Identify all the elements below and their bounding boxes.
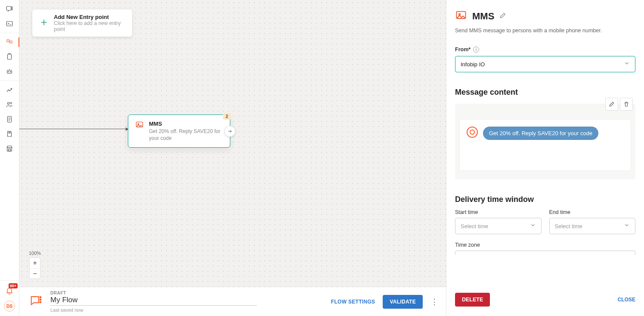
nav-clipboard-icon[interactable] <box>0 50 19 64</box>
panel-header: MMS <box>455 9 635 23</box>
node-title: MMS <box>149 121 223 127</box>
svg-rect-8 <box>7 70 12 74</box>
delete-message-button[interactable] <box>620 98 633 111</box>
nav-conversations-icon[interactable] <box>0 2 19 16</box>
flow-status: DRAFT <box>50 291 257 295</box>
panel-body: MMS Send MMS message to persons with a m… <box>446 0 644 287</box>
panel-footer: DELETE CLOSE <box>446 287 644 316</box>
svg-rect-15 <box>9 149 11 151</box>
flow-settings-button[interactable]: FLOW SETTINGS <box>331 299 375 305</box>
zoom-controls: 100% + − <box>29 251 41 279</box>
nav-analytics-icon[interactable] <box>0 83 19 97</box>
more-menu-icon[interactable]: ⋮ <box>430 297 438 307</box>
chevron-down-icon <box>624 60 630 68</box>
message-preview-card[interactable]: Get 20% off. Reply SAVE20 for your code <box>459 119 631 171</box>
notifications-bell-icon[interactable]: 99+ <box>4 285 15 296</box>
timezone-select-cut[interactable] <box>455 251 635 255</box>
time-row: Start time Select time End time Select t… <box>455 209 635 234</box>
mms-icon <box>135 121 144 129</box>
svg-point-20 <box>40 301 41 303</box>
edit-title-icon[interactable] <box>499 12 506 21</box>
svg-rect-4 <box>6 22 12 26</box>
nav-terminal-icon[interactable] <box>0 16 19 31</box>
svg-point-11 <box>8 102 10 105</box>
message-content-heading: Message content <box>455 88 635 97</box>
zoom-in-button[interactable]: + <box>30 258 40 268</box>
svg-rect-6 <box>10 41 12 43</box>
svg-point-12 <box>10 102 12 104</box>
nav-people-icon[interactable] <box>0 97 19 112</box>
message-actions <box>605 98 633 111</box>
node-outport[interactable] <box>224 126 235 137</box>
start-time-select[interactable]: Select time <box>455 218 542 234</box>
target-icon <box>467 127 478 138</box>
delivery-window-heading: Delivery time window <box>455 195 635 204</box>
footer-bar: DRAFT My Flow Last saved now FLOW SETTIN… <box>19 287 446 316</box>
edit-message-button[interactable] <box>605 98 618 111</box>
delete-button[interactable]: DELETE <box>455 293 490 307</box>
svg-rect-14 <box>7 148 12 151</box>
svg-rect-0 <box>6 6 11 10</box>
add-entry-point-card[interactable]: Add New Entry point Click here to add a … <box>32 9 132 37</box>
flow-name-input[interactable]: My Flow <box>50 296 257 306</box>
side-group-1 <box>0 0 19 33</box>
svg-point-10 <box>10 71 11 72</box>
panel-description: Send MMS message to persons with a mobil… <box>455 28 635 34</box>
panel-title: MMS <box>472 11 494 22</box>
info-icon[interactable]: i <box>473 46 479 53</box>
zoom-level: 100% <box>29 251 41 256</box>
svg-point-1 <box>12 7 12 8</box>
plus-icon <box>39 18 49 29</box>
from-value: Infobip IO <box>461 61 485 68</box>
from-select[interactable]: Infobip IO <box>455 56 635 72</box>
nav-document-icon[interactable] <box>0 112 19 127</box>
svg-point-18 <box>40 297 41 298</box>
notification-badge: 99+ <box>9 283 18 288</box>
svg-rect-7 <box>8 54 12 59</box>
message-bubble: Get 20% off. Reply SAVE20 for your code <box>483 127 598 140</box>
side-group-3 <box>0 81 19 158</box>
chevron-down-icon <box>530 222 536 230</box>
flow-saved-label: Last saved now <box>50 307 257 313</box>
flow-node-mms[interactable]: 2 MMS Get 20% off. Reply SAVE20 for your… <box>128 115 230 148</box>
start-time-label: Start time <box>455 209 542 215</box>
svg-point-3 <box>12 9 12 10</box>
svg-point-2 <box>12 8 12 9</box>
nav-bookmark-icon[interactable] <box>0 127 19 141</box>
close-button[interactable]: CLOSE <box>618 297 635 303</box>
entry-subtitle: Click here to add a new entry point <box>54 20 125 32</box>
validate-button[interactable]: VALIDATE <box>383 295 423 309</box>
node-badge: 2 <box>223 113 231 120</box>
flow-canvas[interactable]: Add New Entry point Click here to add a … <box>19 0 446 287</box>
main-column: Add New Entry point Click here to add a … <box>19 0 446 316</box>
right-panel: MMS Send MMS message to persons with a m… <box>446 0 644 316</box>
user-avatar[interactable]: DS <box>4 301 15 312</box>
zoom-out-button[interactable]: − <box>30 268 40 279</box>
message-area: Get 20% off. Reply SAVE20 for your code <box>455 104 635 180</box>
footer-actions: FLOW SETTINGS VALIDATE ⋮ <box>331 295 438 309</box>
side-group-2 <box>0 33 19 81</box>
node-subtitle: Get 20% off. Reply SAVE20 for your code <box>149 128 223 142</box>
end-time-select[interactable]: Select time <box>549 218 636 234</box>
entry-title: Add New Entry point <box>54 14 125 20</box>
flow-meta: DRAFT My Flow Last saved now <box>50 291 257 313</box>
from-label: From* i <box>455 46 635 53</box>
timezone-label: Time zone <box>455 242 635 248</box>
left-sidebar: 99+ DS <box>0 0 19 316</box>
sidebar-bottom: 99+ DS <box>0 280 19 316</box>
nav-flow-icon[interactable] <box>0 35 19 50</box>
flow-logo-icon <box>29 294 43 310</box>
flow-connector <box>19 129 128 129</box>
svg-point-19 <box>40 299 41 300</box>
panel-mms-icon <box>455 9 467 23</box>
nav-bot-icon[interactable] <box>0 64 19 79</box>
chevron-down-icon <box>624 222 630 230</box>
end-time-label: End time <box>549 209 636 215</box>
nav-store-icon[interactable] <box>0 141 19 156</box>
svg-point-9 <box>8 71 9 72</box>
svg-rect-5 <box>7 40 9 42</box>
